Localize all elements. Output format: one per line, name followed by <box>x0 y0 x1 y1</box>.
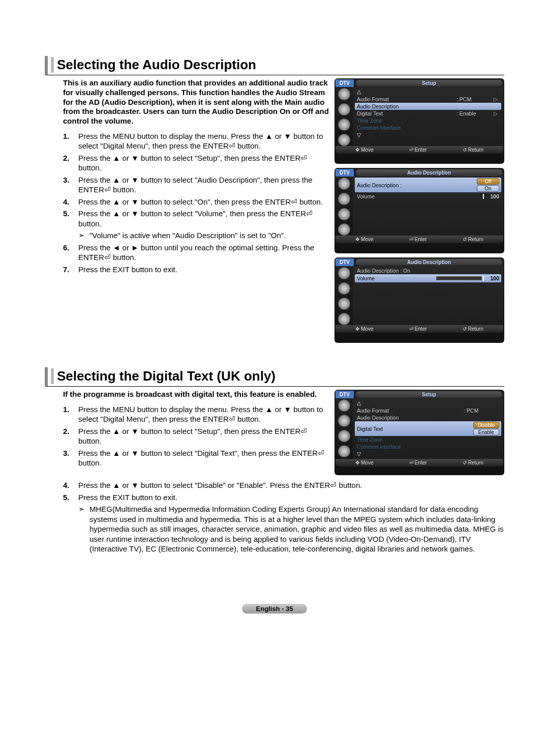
menu-item-time-zone: Time Zone <box>355 117 501 124</box>
step-text: Press the ▲ or ▼ button to select "Volum… <box>78 209 329 228</box>
menu-list: △ Audio Format: PCM Audio Description Di… <box>353 398 503 459</box>
clock-icon[interactable] <box>338 313 350 325</box>
gear-icon[interactable] <box>338 119 350 131</box>
step-num: 1. <box>63 131 78 151</box>
section2-screens: DTV Setup △ Audio Format: PCM Audio Desc… <box>334 390 504 479</box>
footer-enter: ⏎ Enter <box>409 326 427 332</box>
language-icon[interactable] <box>338 415 350 427</box>
step-text: Press the MENU button to display the men… <box>78 404 329 424</box>
step-text: Press the ▲ or ▼ button to select "Disab… <box>78 480 504 490</box>
footer-enter: ⏎ Enter <box>409 237 427 242</box>
menu-list: Audio Description : On Volume 100 <box>353 266 503 325</box>
down-arrow-icon[interactable]: ▽ <box>357 132 361 138</box>
footer-enter: ⏎ Enter <box>409 460 427 466</box>
menu-title: Audio Description <box>356 259 502 266</box>
step-num: 4. <box>63 197 78 207</box>
step-num: 7. <box>63 265 78 275</box>
language-icon[interactable] <box>338 103 350 115</box>
slider-handle-icon <box>483 194 484 199</box>
globe-icon[interactable] <box>338 88 350 100</box>
up-arrow-icon[interactable]: △ <box>357 89 361 95</box>
menu-item-volume: Volume 100 <box>355 192 501 200</box>
up-arrow-icon[interactable]: △ <box>357 400 361 406</box>
page-number-pill: English - 35 <box>242 604 308 614</box>
clock-icon[interactable] <box>338 223 350 236</box>
section2-title-wrap: Selecting the Digital Text (UK only) <box>45 367 504 387</box>
volume-slider[interactable] <box>436 276 482 280</box>
step-text: Press the ▲ or ▼ button to select "Setup… <box>78 153 329 173</box>
step-num: 2. <box>63 153 78 173</box>
section1-title-wrap: Selecting the Audio Description <box>45 56 504 75</box>
option-off[interactable]: Off <box>477 178 499 185</box>
section-audio-description: Selecting the Audio Description This is … <box>45 56 504 347</box>
step-num: 4. <box>63 480 78 490</box>
down-arrow-icon[interactable]: ▽ <box>357 451 361 457</box>
step-num: 6. <box>63 243 78 263</box>
menu-item-digital-text-select[interactable]: Digital Text Disable Enable <box>355 421 501 436</box>
menu-item-audio-format[interactable]: Audio Format: PCM▷ <box>355 96 501 103</box>
footer-move: ✥ Move <box>355 147 373 153</box>
section2-title: Selecting the Digital Text (UK only) <box>51 368 504 384</box>
dtv-badge: DTV <box>336 169 354 177</box>
dtv-badge: DTV <box>336 258 354 266</box>
footer-return: ↺ Return <box>463 460 483 466</box>
section2-intro: If the programme is broadcast with digit… <box>45 390 329 403</box>
step-text: Press the ▲ or ▼ button to select "Setup… <box>78 426 329 446</box>
tv-screen-setup: DTV Setup △ Audio Format: PCM▷ Audio Des… <box>334 78 504 164</box>
tv-screen-digital-text: DTV Setup △ Audio Format: PCM Audio Desc… <box>334 390 504 475</box>
menu-list: △ Audio Format: PCM▷ Audio Description▷ … <box>353 87 503 146</box>
globe-icon[interactable] <box>338 267 350 279</box>
menu-footer: ✥ Move ⏎ Enter ↺ Return <box>336 459 503 467</box>
option-on[interactable]: On <box>477 185 499 192</box>
section2-text: If the programme is broadcast with digit… <box>45 390 334 469</box>
menu-footer: ✥ Move ⏎ Enter ↺ Return <box>336 146 503 154</box>
step-text: Press the EXIT button to exit. <box>78 492 504 503</box>
footer-move: ✥ Move <box>355 237 373 242</box>
step-num: 1. <box>63 404 78 424</box>
menu-item-audio-description-value[interactable]: Audio Description : On <box>355 267 501 274</box>
section1-screens: DTV Setup △ Audio Format: PCM▷ Audio Des… <box>334 78 504 347</box>
step-num: 3. <box>63 448 78 468</box>
gear-icon[interactable] <box>338 430 350 442</box>
menu-item-time-zone: Time Zone <box>355 436 501 443</box>
step-text: Press the ▲ or ▼ button to select "Digit… <box>78 448 329 468</box>
step-text: Press the MENU button to display the men… <box>78 131 329 151</box>
slider-handle-icon <box>483 276 484 281</box>
section1-intro: This is an auxiliary audio function that… <box>45 78 329 130</box>
step-text: Press the ▲ or ▼ button to select "On", … <box>78 197 329 207</box>
menu-item-audio-description[interactable]: Audio Description <box>355 414 501 421</box>
step-text: Press the ◄ or ► button until you reach … <box>78 243 329 263</box>
menu-item-audio-format[interactable]: Audio Format: PCM <box>355 407 501 414</box>
section1-text: This is an auxiliary audio function that… <box>45 78 334 275</box>
section-digital-text: Selecting the Digital Text (UK only) If … <box>45 367 504 555</box>
menu-item-audio-description[interactable]: Audio Description▷ <box>355 103 501 110</box>
menu-item-audio-description-select[interactable]: Audio Description : Off On <box>355 178 501 192</box>
menu-category-icons <box>336 266 353 325</box>
menu-item-volume-slider[interactable]: Volume 100 <box>355 274 501 282</box>
menu-list: Audio Description : Off On Volume 100 <box>353 177 503 236</box>
gear-icon[interactable] <box>338 298 350 310</box>
menu-item-common-interface: Common Interface <box>355 124 501 131</box>
clock-icon[interactable] <box>338 445 350 457</box>
footer-return: ↺ Return <box>463 237 483 242</box>
gear-icon[interactable] <box>338 208 350 220</box>
menu-item-digital-text[interactable]: Digital Text: Enable▷ <box>355 110 501 117</box>
option-enable[interactable]: Enable <box>473 429 499 435</box>
dtv-badge: DTV <box>336 79 354 87</box>
step-num: 3. <box>63 175 78 195</box>
menu-title: Setup <box>356 80 502 86</box>
globe-icon[interactable] <box>338 399 350 412</box>
dtv-badge: DTV <box>336 391 354 398</box>
language-icon[interactable] <box>338 193 350 205</box>
language-icon[interactable] <box>338 282 350 295</box>
clock-icon[interactable] <box>338 134 350 146</box>
menu-category-icons <box>336 177 353 236</box>
step-num: 2. <box>63 426 78 446</box>
globe-icon[interactable] <box>338 178 350 190</box>
step-text: Press the EXIT button to exit. <box>78 265 329 275</box>
menu-category-icons <box>336 87 353 146</box>
step-num: 5. <box>63 492 78 503</box>
section2-steps: 1.Press the MENU button to display the m… <box>45 403 329 469</box>
menu-category-icons <box>336 398 353 459</box>
option-disable[interactable]: Disable <box>473 422 499 428</box>
